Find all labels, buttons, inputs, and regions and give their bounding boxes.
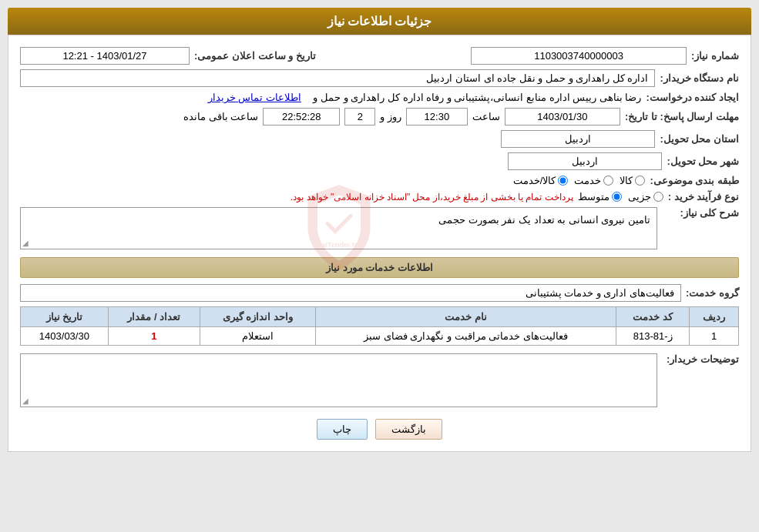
- purchase-option1-label: جزیی: [628, 191, 651, 202]
- creator-contact-link[interactable]: اطلاعات تماس خریدار: [208, 92, 301, 103]
- service-group-label: گروه خدمت:: [686, 287, 739, 299]
- cell-name: فعالیت‌های خدماتی مراقبت و نگهداری فضای …: [315, 327, 616, 346]
- resize-icon: ◢: [22, 239, 29, 247]
- table-header-qty: تعداد / مقدار: [108, 307, 200, 327]
- deadline-remaining: 22:52:28: [263, 108, 340, 125]
- cell-rownum: 1: [690, 327, 739, 346]
- category-option3-label: کالا/خدمت: [513, 175, 556, 186]
- description-section: شرح کلی نیاز: AnaITender.NET تام: [20, 207, 739, 249]
- need-number-row: شماره نیاز: 1103003740000003 تاریخ و ساع…: [20, 47, 739, 65]
- buyer-org-label: نام دستگاه خریدار:: [660, 72, 739, 84]
- creator-label: ایجاد کننده درخواست:: [646, 92, 739, 103]
- svg-text:AnaITender.NET: AnaITender.NET: [312, 240, 365, 248]
- buyer-org-value: اداره کل راهداری و حمل و نقل جاده ای است…: [20, 69, 655, 87]
- purchase-option-medium[interactable]: متوسط: [578, 191, 622, 202]
- deadline-label: مهلت ارسال پاسخ: تا تاریخ:: [625, 111, 739, 122]
- cell-unit: استعلام: [200, 327, 315, 346]
- print-button[interactable]: چاپ: [317, 419, 368, 440]
- cell-date: 1403/03/30: [21, 327, 109, 346]
- category-option-goods[interactable]: کالا: [620, 175, 645, 186]
- back-button[interactable]: بازگشت: [375, 419, 442, 440]
- category-option1-label: کالا: [620, 175, 633, 186]
- table-header-unit: واحد اندازه گیری: [200, 307, 315, 327]
- creator-link-separator: [306, 92, 309, 103]
- creator-row: ایجاد کننده درخواست: رضا بناهی رییس ادار…: [20, 92, 739, 103]
- buyer-notes-row: توضیحات خریدار: ◢: [20, 353, 739, 407]
- description-label: شرح کلی نیاز:: [662, 207, 739, 219]
- cell-code: ز-81-813: [616, 327, 690, 346]
- city-label: شهر محل تحویل:: [667, 156, 739, 167]
- announce-date-value: 1403/01/27 - 12:21: [20, 47, 190, 65]
- buyer-org-row: نام دستگاه خریدار: اداره کل راهداری و حم…: [20, 69, 739, 87]
- description-row: شرح کلی نیاز: AnaITender.NET تام: [20, 207, 739, 249]
- creator-value: رضا بناهی رییس اداره منابع انسانی،پشتیبا…: [313, 92, 641, 103]
- services-section-header: اطلاعات خدمات مورد نیاز: [20, 257, 739, 278]
- deadline-remaining-label: ساعت باقی مانده: [183, 111, 258, 122]
- service-group-row: گروه خدمت: فعالیت‌های اداری و خدمات پشتی…: [20, 284, 739, 302]
- page-title: جزئیات اطلاعات نیاز: [327, 15, 432, 28]
- services-table: ردیف کد خدمت نام خدمت واحد اندازه گیری ت…: [20, 306, 739, 346]
- table-header-date: تاریخ نیاز: [21, 307, 109, 327]
- city-value: اردبیل: [508, 152, 662, 170]
- category-radio-both[interactable]: [558, 176, 568, 186]
- services-section-title: اطلاعات خدمات مورد نیاز: [326, 262, 433, 273]
- category-row: طبقه بندی موضوعی: کالا خدمت کالا/خدمت: [20, 175, 739, 186]
- category-radio-service[interactable]: [603, 176, 613, 186]
- purchase-type-label: نوع فرآیند خرید :: [668, 191, 739, 202]
- category-options: کالا خدمت کالا/خدمت: [513, 175, 646, 186]
- table-header-rownum: ردیف: [690, 307, 739, 327]
- province-row: استان محل تحویل: اردبیل: [20, 130, 739, 148]
- deadline-time: 12:30: [406, 108, 468, 125]
- announce-date-label: تاریخ و ساعت اعلان عمومی:: [194, 50, 316, 62]
- table-row: 1 ز-81-813 فعالیت‌های خدماتی مراقبت و نگ…: [21, 327, 739, 346]
- cell-qty: 1: [108, 327, 200, 346]
- purchase-type-options: جزیی متوسط: [578, 191, 663, 202]
- buyer-notes-container: ◢: [20, 353, 657, 407]
- purchase-note: پرداخت تمام یا بخشی از مبلغ خرید،از محل …: [291, 192, 573, 202]
- deadline-time-label: ساعت: [472, 111, 500, 122]
- page-header: جزئیات اطلاعات نیاز: [8, 8, 751, 35]
- purchase-option2-label: متوسط: [578, 191, 610, 202]
- button-row: بازگشت چاپ: [20, 419, 739, 440]
- purchase-type-row: نوع فرآیند خرید : جزیی متوسط پرداخت تمام…: [20, 191, 739, 202]
- category-option-service[interactable]: خدمت: [574, 175, 613, 186]
- category-label: طبقه بندی موضوعی:: [650, 175, 739, 186]
- category-option-both[interactable]: کالا/خدمت: [513, 175, 569, 186]
- main-content: شماره نیاز: 1103003740000003 تاریخ و ساع…: [8, 35, 751, 452]
- category-option2-label: خدمت: [574, 175, 601, 186]
- table-header-code: کد خدمت: [616, 307, 690, 327]
- province-label: استان محل تحویل:: [660, 133, 739, 145]
- deadline-date: 1403/01/30: [505, 108, 620, 125]
- buyer-notes-resize-icon: ◢: [22, 396, 29, 405]
- buyer-notes-label: توضیحات خریدار:: [662, 353, 739, 365]
- purchase-radio-minor[interactable]: [653, 192, 663, 202]
- province-value: اردبیل: [501, 130, 655, 148]
- description-box: AnaITender.NET تامین نیروی انسانی به تعد…: [20, 207, 657, 249]
- deadline-days-label: روز و: [380, 111, 401, 122]
- category-radio-goods[interactable]: [635, 176, 645, 186]
- page-wrapper: جزئیات اطلاعات نیاز شماره نیاز: 11030037…: [0, 0, 759, 532]
- deadline-row: مهلت ارسال پاسخ: تا تاریخ: 1403/01/30 سا…: [20, 108, 739, 125]
- purchase-option-minor[interactable]: جزیی: [628, 191, 663, 202]
- service-group-value: فعالیت‌های اداری و خدمات پشتیبانی: [20, 284, 681, 302]
- need-number-label: شماره نیاز:: [691, 50, 739, 62]
- description-text: تامین نیروی انسانی به تعداد یک نفر بصورت…: [438, 214, 650, 226]
- table-header-name: نام خدمت: [315, 307, 616, 327]
- description-box-container: AnaITender.NET تامین نیروی انسانی به تعد…: [20, 207, 657, 249]
- buyer-notes-box: ◢: [20, 353, 657, 407]
- need-number-value: 1103003740000003: [471, 47, 687, 65]
- deadline-days: 2: [344, 108, 375, 125]
- purchase-radio-medium[interactable]: [612, 192, 622, 202]
- city-row: شهر محل تحویل: اردبیل: [20, 152, 739, 170]
